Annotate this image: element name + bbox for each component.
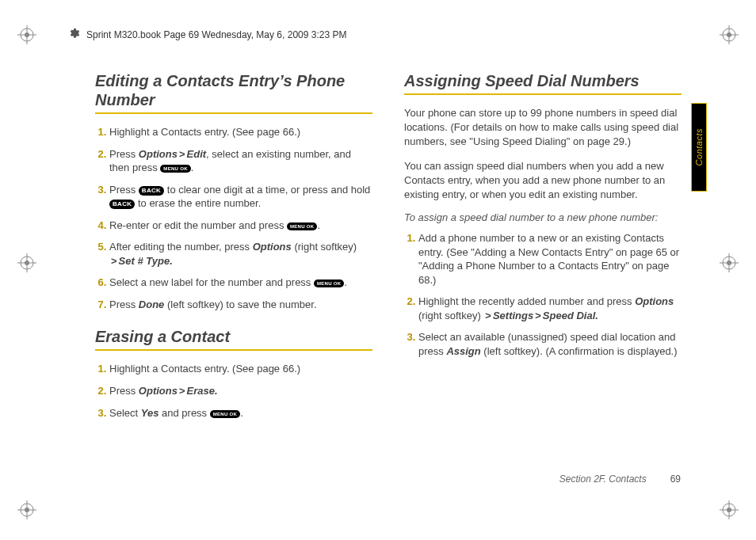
- list-item: Select a new label for the number and pr…: [109, 276, 372, 290]
- list-item: Select an available (unassigned) speed d…: [418, 330, 682, 358]
- list-item: Highlight a Contacts entry. (See page 66…: [109, 362, 372, 376]
- menu-ok-key-icon: MENU OK: [314, 280, 344, 287]
- body-paragraph: Your phone can store up to 99 phone numb…: [404, 106, 682, 150]
- ui-label-options: Options: [139, 148, 178, 160]
- registration-mark-ml: [16, 252, 38, 274]
- ui-label-edit: Edit: [187, 148, 207, 160]
- list-item: After editing the number, press Options …: [109, 240, 372, 268]
- heading-erasing-contact: Erasing a Contact: [95, 327, 372, 346]
- speed-dial-steps-list: Add a phone number to a new or an existi…: [404, 231, 682, 358]
- section-tab-contacts: Contacts: [691, 103, 707, 192]
- back-key-icon: BACK: [139, 186, 164, 196]
- svg-point-23: [727, 508, 731, 512]
- gear-icon: [67, 27, 80, 42]
- ui-label-assign: Assign: [446, 345, 480, 357]
- registration-mark-br: [718, 499, 740, 521]
- header-text: Sprint M320.book Page 69 Wednesday, May …: [86, 29, 346, 40]
- registration-mark-tl: [16, 24, 38, 46]
- list-item: Press Options>Erase.: [109, 384, 372, 398]
- list-item: Highlight the recently added number and …: [418, 295, 682, 322]
- ui-label-options: Options: [635, 295, 674, 307]
- ui-label-options: Options: [253, 241, 292, 253]
- registration-mark-bl: [16, 499, 38, 521]
- registration-mark-mr: [718, 252, 740, 274]
- ui-label-set-type: Set # Type.: [119, 255, 173, 267]
- heading-rule: [404, 93, 682, 95]
- heading-speed-dial: Assigning Speed Dial Numbers: [404, 71, 682, 90]
- heading-rule: [95, 349, 372, 351]
- svg-point-19: [727, 260, 731, 265]
- svg-point-3: [25, 32, 29, 37]
- subheading: To assign a speed dial number to a new p…: [404, 211, 682, 223]
- ui-label-options: Options: [139, 385, 178, 397]
- svg-point-11: [25, 508, 29, 512]
- list-item: Re-enter or edit the number and press ME…: [109, 219, 372, 233]
- ui-label-erase: Erase.: [187, 385, 218, 397]
- svg-point-7: [25, 260, 29, 265]
- page-footer: Section 2F. Contacts 69: [559, 473, 681, 485]
- page-content: Editing a Contacts Entry’s Phone Number …: [95, 71, 682, 435]
- footer-section: Section 2F. Contacts: [559, 473, 647, 485]
- ui-label-done: Done: [139, 299, 165, 310]
- body-paragraph: You can assign speed dial numbers when y…: [404, 159, 682, 203]
- footer-page-number: 69: [670, 473, 681, 485]
- svg-point-15: [727, 32, 731, 37]
- ui-label-settings: Settings: [493, 310, 533, 321]
- heading-edit-contact-number: Editing a Contacts Entry’s Phone Number: [95, 71, 372, 109]
- list-item: Highlight a Contacts entry. (See page 66…: [109, 125, 372, 139]
- heading-rule: [95, 112, 372, 114]
- list-item: Add a phone number to a new or an existi…: [418, 231, 682, 287]
- list-item: Press Options>Edit, select an existing n…: [109, 147, 372, 175]
- section-tab-label: Contacts: [694, 128, 704, 165]
- menu-ok-key-icon: MENU OK: [160, 165, 190, 173]
- edit-steps-list: Highlight a Contacts entry. (See page 66…: [95, 125, 372, 311]
- left-column: Editing a Contacts Entry’s Phone Number …: [95, 71, 372, 435]
- list-item: Press BACK to clear one digit at a time,…: [109, 183, 372, 211]
- erase-steps-list: Highlight a Contacts entry. (See page 66…: [95, 362, 372, 420]
- list-item: Press Done (left softkey) to save the nu…: [109, 298, 372, 312]
- back-key-icon: BACK: [109, 200, 135, 209]
- right-column: Assigning Speed Dial Numbers Your phone …: [404, 71, 682, 435]
- menu-ok-key-icon: MENU OK: [210, 410, 240, 418]
- list-item: Select Yes and press MENU OK.: [109, 406, 372, 420]
- ui-label-speed-dial: Speed Dial.: [543, 310, 598, 321]
- menu-ok-key-icon: MENU OK: [287, 222, 317, 230]
- ui-label-yes: Yes: [141, 407, 159, 419]
- document-header: Sprint M320.book Page 69 Wednesday, May …: [67, 27, 724, 42]
